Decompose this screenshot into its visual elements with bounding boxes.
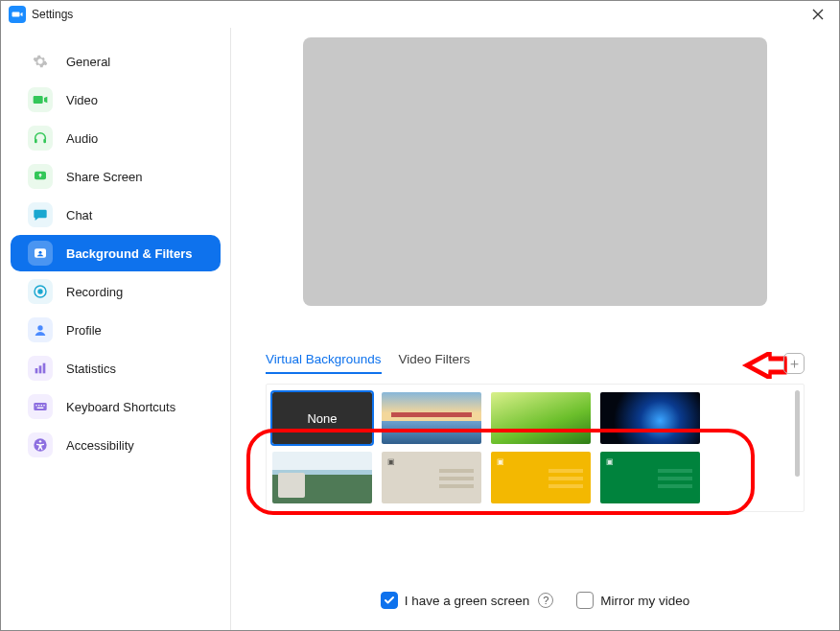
svg-rect-0 [35,139,37,144]
sidebar-item-chat[interactable]: Chat [11,197,221,233]
gear-icon [28,49,53,74]
svg-rect-1 [43,139,46,144]
options-row: I have a green screen ? Mirror my video [231,592,839,609]
thumb-none-label: None [307,411,337,426]
video-icon [28,87,53,112]
titlebar: Settings [1,1,839,28]
sidebar-item-label: General [66,55,110,69]
sidebar-item-recording[interactable]: Recording [11,273,221,310]
background-thumb-grass[interactable] [491,392,591,444]
share-screen-icon [28,164,53,189]
sidebar-item-label: Audio [66,131,98,146]
svg-rect-8 [35,368,38,373]
checkbox-mirror-video[interactable]: Mirror my video [576,592,689,609]
record-icon [28,279,53,304]
sidebar-item-label: Recording [66,285,123,299]
sidebar-item-label: Share Screen [66,170,143,184]
tabs-row: Virtual Backgrounds Video Filters ＋ [266,352,805,374]
sidebar: General Video Audio Share Screen [1,28,231,630]
headphones-icon [28,126,53,151]
settings-window: Settings General Video [0,0,840,631]
background-thumb-slide-green[interactable]: ▣ [600,452,700,503]
sidebar-item-audio[interactable]: Audio [11,120,221,156]
video-preview [303,37,767,306]
bar-chart-icon [28,356,53,381]
checkbox-icon [576,592,594,609]
sidebar-item-label: Accessibility [66,438,134,453]
person-card-icon [28,241,53,266]
svg-point-4 [38,251,41,254]
svg-rect-12 [35,405,36,406]
background-thumb-golden-gate[interactable] [382,392,481,444]
keyboard-icon [28,394,53,419]
svg-rect-13 [38,405,39,406]
checkbox-label: Mirror my video [600,594,689,608]
sidebar-item-profile[interactable]: Profile [11,312,221,348]
sidebar-item-label: Video [66,93,98,107]
help-icon[interactable]: ? [538,593,553,608]
svg-point-18 [39,440,41,442]
sidebar-item-video[interactable]: Video [11,82,221,118]
close-icon [812,9,824,20]
background-thumb-earth[interactable] [600,392,700,444]
svg-point-6 [37,289,42,293]
svg-rect-9 [39,365,42,373]
svg-rect-14 [41,405,42,406]
chat-icon [28,202,53,227]
checkbox-label: I have a green screen [405,594,530,608]
profile-icon [28,317,53,342]
sidebar-item-label: Statistics [66,362,116,376]
background-thumb-slide-yellow[interactable]: ▣ [491,452,591,503]
sidebar-item-keyboard-shortcuts[interactable]: Keyboard Shortcuts [11,388,221,425]
svg-rect-15 [43,405,44,406]
background-thumb-slide-beige[interactable]: ▣ [382,452,481,503]
svg-rect-16 [37,408,44,409]
main-content: Virtual Backgrounds Video Filters ＋ None [231,28,839,630]
sidebar-item-label: Profile [66,323,102,338]
background-thumb-campus[interactable] [272,452,372,503]
scrollbar-thumb[interactable] [795,390,800,477]
sidebar-item-general[interactable]: General [11,43,221,80]
sidebar-item-label: Chat [66,208,92,222]
checkbox-green-screen[interactable]: I have a green screen ? [381,592,554,609]
sidebar-item-accessibility[interactable]: Accessibility [11,427,221,463]
close-button[interactable] [805,1,831,28]
svg-point-7 [37,325,42,330]
sidebar-item-label: Keyboard Shortcuts [66,400,175,414]
app-icon [9,6,26,23]
plus-icon: ＋ [787,356,802,370]
accessibility-icon [28,432,53,457]
background-thumbnails: None ▣ ▣ ▣ [266,384,805,512]
background-thumb-none[interactable]: None [272,392,372,444]
add-background-button[interactable]: ＋ [783,353,805,374]
sidebar-item-share-screen[interactable]: Share Screen [11,158,221,195]
window-title: Settings [32,8,73,21]
checkbox-icon [381,592,398,609]
svg-rect-10 [43,363,46,374]
tab-video-filters[interactable]: Video Filters [399,352,471,374]
sidebar-item-statistics[interactable]: Statistics [11,350,221,386]
svg-rect-11 [34,403,46,410]
sidebar-item-label: Background & Filters [66,246,192,261]
tab-virtual-backgrounds[interactable]: Virtual Backgrounds [266,352,382,374]
sidebar-item-background-filters[interactable]: Background & Filters [11,235,221,271]
